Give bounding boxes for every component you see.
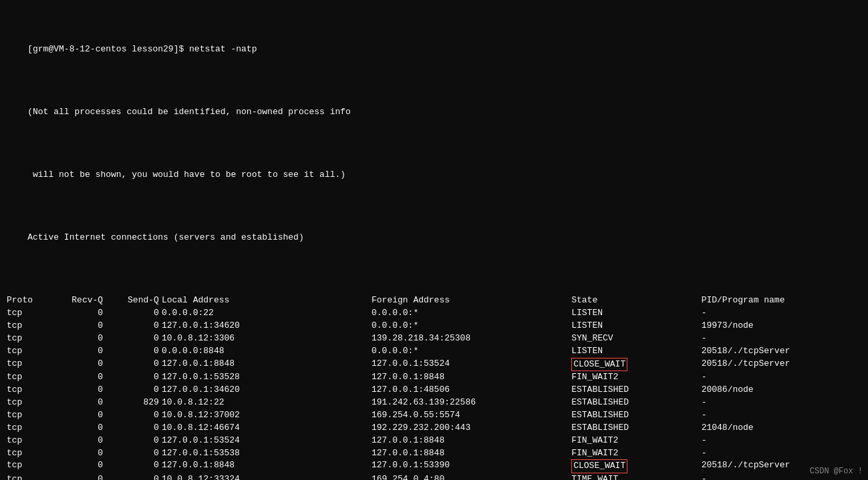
header-sendq: Send-Q bbox=[106, 294, 162, 307]
table-row: tcp00127.0.0.1:53524127.0.0.1:8848FIN_WA… bbox=[7, 435, 861, 447]
table-row: tcp000.0.0.0:220.0.0.0:*LISTEN- bbox=[7, 307, 861, 320]
header-recvq: Recv-Q bbox=[49, 294, 106, 307]
table-row: tcp00127.0.0.1:34620127.0.0.1:48506ESTAB… bbox=[7, 384, 861, 397]
table-row: tcp00127.0.0.1:53538127.0.0.1:8848FIN_WA… bbox=[7, 447, 861, 460]
table-row: tcp000.0.0.0:88480.0.0.0:*LISTEN20518/./… bbox=[7, 345, 861, 358]
table-row: tcp0010.0.8.12:33324169.254.0.4:80TIME_W… bbox=[7, 473, 861, 480]
active-connections-line: Active Internet connections (servers and… bbox=[7, 219, 861, 257]
header-proto: Proto bbox=[7, 294, 49, 307]
close-wait-badge: CLOSE_WAIT bbox=[571, 358, 627, 372]
header-foreign: Foreign Address bbox=[372, 294, 571, 307]
table-row: tcp0010.0.8.12:3306139.28.218.34:25308SY… bbox=[7, 332, 861, 345]
header-local: Local Address bbox=[162, 294, 372, 307]
table-row: tcp00127.0.0.1:53528127.0.0.1:8848FIN_WA… bbox=[7, 371, 861, 384]
header-state: State bbox=[571, 294, 701, 307]
top-line: [grm@VM-8-12-centos lesson29]$ netstat -… bbox=[7, 31, 861, 69]
close-wait-badge: CLOSE_WAIT bbox=[571, 459, 627, 473]
watermark: CSDN @Fox ! bbox=[810, 466, 863, 477]
terminal: [grm@VM-8-12-centos lesson29]$ netstat -… bbox=[7, 5, 861, 480]
warning-line-2: will not be shown, you would have to be … bbox=[7, 156, 861, 194]
netstat-table: Proto Recv-Q Send-Q Local Address Foreig… bbox=[7, 294, 861, 480]
table-row: tcp00127.0.0.1:8848127.0.0.1:53524CLOSE_… bbox=[7, 358, 861, 372]
table-row: tcp0010.0.8.12:37002169.254.0.55:5574EST… bbox=[7, 409, 861, 422]
table-header: Proto Recv-Q Send-Q Local Address Foreig… bbox=[7, 294, 861, 307]
header-pid: PID/Program name bbox=[702, 294, 861, 307]
warning-line-1: (Not all processes could be identified, … bbox=[7, 93, 861, 132]
table-row: tcp0010.0.8.12:46674192.229.232.200:443E… bbox=[7, 422, 861, 435]
table-row: tcp082910.0.8.12:22191.242.63.139:22586E… bbox=[7, 397, 861, 409]
table-row: tcp00127.0.0.1:346200.0.0.0:*LISTEN19973… bbox=[7, 320, 861, 332]
table-row: tcp00127.0.0.1:8848127.0.0.1:53390CLOSE_… bbox=[7, 459, 861, 473]
